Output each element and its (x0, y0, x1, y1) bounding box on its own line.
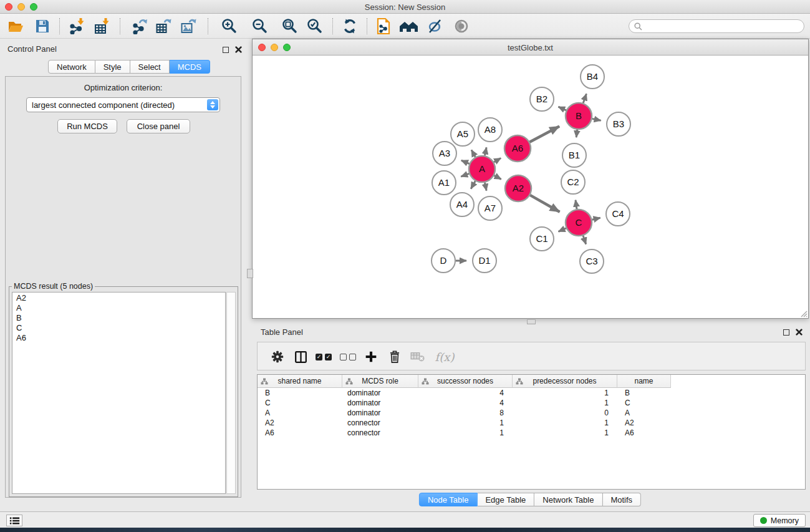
graph-edge-B-B4[interactable] (583, 94, 586, 103)
function-builder-icon[interactable]: f(x) (432, 349, 457, 365)
select-all-icon[interactable]: ✓ ✓ (315, 349, 332, 365)
graph-edge-A2-C[interactable] (530, 195, 559, 212)
graph-node-D1[interactable]: D1 (473, 249, 496, 273)
graph-edge-A-A4[interactable] (471, 181, 475, 189)
column-header-shared-name[interactable]: shared name (258, 375, 342, 388)
settings-gear-icon[interactable] (269, 349, 286, 365)
toggle-column-display-icon[interactable] (292, 349, 309, 365)
result-list-scrollbar[interactable] (226, 292, 236, 494)
graph-node-A7[interactable]: A7 (478, 196, 502, 220)
result-item-B[interactable]: B (12, 312, 225, 322)
vertical-splitter-handle[interactable] (247, 269, 253, 278)
graph-edge-B-B2[interactable] (558, 107, 566, 110)
tab-edge-table[interactable]: Edge Table (477, 493, 534, 506)
table-row-A[interactable]: Adominator80A (258, 408, 805, 418)
graph-edge-A-A6[interactable] (494, 158, 501, 162)
float-panel-icon[interactable] (783, 329, 789, 336)
window-resize-grip[interactable] (799, 309, 808, 317)
network-canvas[interactable]: B4B2B3A5A8A3B1A1C2A4A7C4C1C3DD1BA6AA2C (253, 56, 808, 318)
export-network-icon[interactable] (130, 17, 149, 35)
table-row-B[interactable]: Bdominator41B (258, 388, 805, 398)
export-table-icon[interactable] (154, 17, 173, 35)
graph-node-B2[interactable]: B2 (530, 87, 554, 111)
table-row-A6[interactable]: A6connector11A6 (258, 428, 805, 438)
delete-table-icon[interactable] (409, 349, 427, 365)
graph-node-B1[interactable]: B1 (562, 143, 586, 167)
search-input[interactable] (645, 22, 799, 31)
delete-columns-icon[interactable] (386, 349, 403, 365)
graph-edge-C-C3[interactable] (583, 236, 586, 244)
network-window-titlebar[interactable]: testGlobe.txt (253, 39, 808, 56)
show-panel-list-button[interactable] (6, 515, 22, 526)
graph-node-B3[interactable]: B3 (607, 112, 630, 136)
graph-node-D[interactable]: D (432, 249, 455, 273)
graph-node-C1[interactable]: C1 (530, 227, 554, 251)
zoom-in-icon[interactable] (220, 17, 239, 35)
zoom-selected-icon[interactable] (306, 17, 324, 35)
graph-edge-C-C2[interactable] (576, 200, 577, 209)
column-header-name[interactable]: name (617, 375, 671, 388)
result-item-A6[interactable]: A6 (12, 332, 225, 342)
graph-edge-A-A8[interactable] (485, 147, 486, 155)
new-network-from-selection-icon[interactable] (374, 17, 393, 35)
export-image-icon[interactable] (179, 17, 198, 35)
graph-edge-B-B3[interactable] (592, 118, 601, 120)
zoom-fit-icon[interactable] (281, 17, 299, 35)
deselect-all-icon[interactable] (339, 349, 357, 365)
graph-edge-B-B1[interactable] (576, 130, 577, 137)
graph-edge-C-C1[interactable] (559, 228, 566, 231)
graph-node-A4[interactable]: A4 (450, 193, 474, 216)
graph-edge-A-A3[interactable] (461, 160, 470, 163)
tab-select[interactable]: Select (130, 60, 170, 74)
graph-node-B4[interactable]: B4 (581, 65, 604, 89)
graph-node-B[interactable]: B (566, 103, 592, 129)
result-item-A[interactable]: A (12, 302, 225, 312)
close-panel-button[interactable]: Close panel (127, 119, 190, 133)
float-panel-icon[interactable] (223, 47, 229, 53)
table-row-C[interactable]: Cdominator41C (258, 398, 805, 408)
add-column-icon[interactable] (362, 349, 380, 365)
criterion-dropdown[interactable]: largest connected component (directed) (26, 97, 220, 112)
graph-node-C3[interactable]: C3 (580, 249, 604, 273)
graph-node-A1[interactable]: A1 (432, 171, 456, 195)
close-panel-icon[interactable] (796, 329, 803, 336)
graph-node-A6[interactable]: A6 (504, 135, 531, 162)
tab-motifs[interactable]: Motifs (602, 493, 641, 506)
graph-edge-A-A5[interactable] (471, 150, 475, 157)
graph-node-A[interactable]: A (469, 156, 495, 182)
memory-button[interactable]: Memory (753, 514, 806, 527)
graph-edge-A-A2[interactable] (494, 175, 501, 179)
run-mcds-button[interactable]: Run MCDS (57, 119, 117, 133)
toggle-graphics-details-icon[interactable] (426, 17, 445, 35)
column-header-predecessor-nodes[interactable]: predecessor nodes (513, 375, 617, 388)
graph-node-C2[interactable]: C2 (561, 170, 585, 194)
search-field[interactable] (629, 19, 804, 33)
result-item-C[interactable]: C (12, 322, 225, 332)
save-session-icon[interactable] (33, 17, 52, 35)
column-header-successor-nodes[interactable]: successor nodes (418, 375, 513, 388)
tab-mcds[interactable]: MCDS (170, 60, 210, 74)
graph-edge-C-C4[interactable] (592, 218, 600, 220)
level-of-detail-eye-icon[interactable] (452, 17, 471, 35)
graph-node-A3[interactable]: A3 (433, 142, 456, 165)
result-item-A2[interactable]: A2 (12, 293, 225, 302)
close-panel-icon[interactable] (235, 46, 242, 53)
graph-edge-A-A7[interactable] (485, 183, 486, 191)
graph-node-A8[interactable]: A8 (478, 118, 502, 142)
cybrowser-home-icon[interactable] (399, 17, 418, 35)
app-titlebar[interactable]: Session: New Session (0, 0, 810, 14)
import-network-icon[interactable] (67, 17, 86, 35)
import-table-icon[interactable] (92, 17, 111, 35)
graph-edge-A-A1[interactable] (461, 173, 469, 177)
open-session-icon[interactable] (6, 17, 25, 35)
refresh-layout-icon[interactable] (340, 17, 359, 35)
graph-node-C[interactable]: C (566, 210, 592, 236)
column-header-MCDS-role[interactable]: MCDS role (342, 375, 418, 388)
horizontal-splitter-handle[interactable] (527, 319, 536, 324)
graph-node-A5[interactable]: A5 (451, 122, 475, 146)
graph-edge-A6-B[interactable] (529, 126, 559, 142)
tab-network[interactable]: Network (48, 60, 95, 74)
table-row-A2[interactable]: A2connector11A2 (258, 418, 805, 428)
graph-node-C4[interactable]: C4 (606, 202, 630, 226)
tab-network-table[interactable]: Network Table (534, 493, 602, 506)
